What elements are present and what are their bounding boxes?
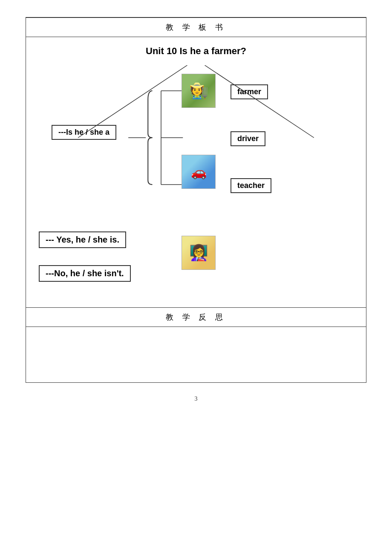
svg-line-1: [205, 65, 314, 138]
diagram-area: ---Is he / she a farmer driver teacher: [39, 65, 353, 227]
farmer-label: farmer: [231, 84, 268, 99]
reflection-content: [26, 327, 366, 382]
teacher-label: teacher: [231, 178, 271, 193]
driver-image: [182, 155, 216, 189]
teacher-image: [182, 236, 216, 270]
no-answer-box: ---No, he / she isn't.: [39, 265, 131, 282]
driver-label: driver: [231, 131, 265, 146]
unit-title: Unit 10 Is he a farmer?: [39, 46, 353, 57]
page-number: 3: [195, 396, 198, 402]
blackboard-header: 教 学 板 书: [26, 18, 366, 37]
reflection-header: 教 学 反 思: [26, 307, 366, 327]
main-outer-box: 教 学 板 书 Unit 10 Is he a farmer?: [26, 17, 366, 383]
farmer-image: [182, 74, 216, 108]
is-he-box: ---Is he / she a: [52, 125, 116, 140]
yes-answer-box: --- Yes, he / she is.: [39, 231, 126, 248]
blackboard-content: Unit 10 Is he a farmer?: [26, 37, 366, 307]
